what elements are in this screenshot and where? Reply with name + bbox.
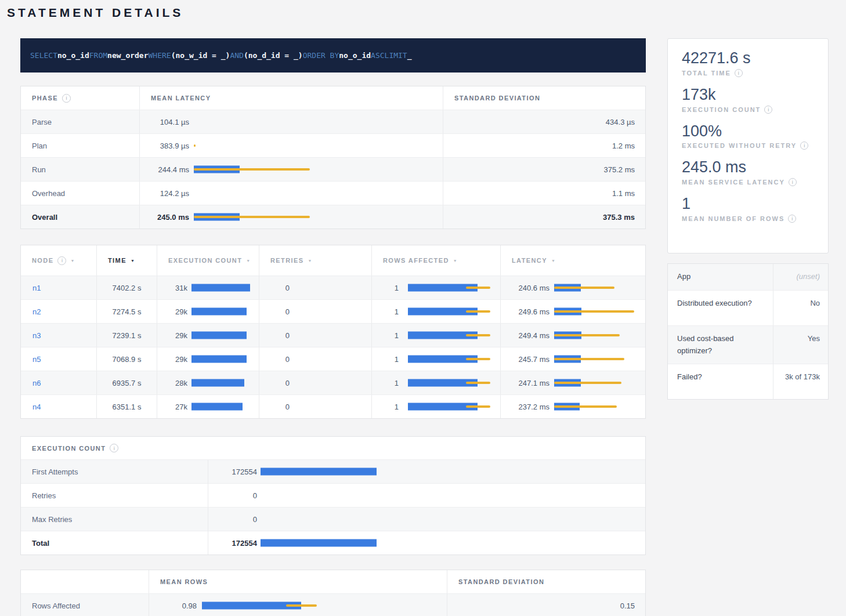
app-detail-row: Failed?3k of 173k	[668, 364, 828, 399]
retries-value: 0	[259, 331, 290, 340]
mean-latency-column-header: MEAN LATENCY	[140, 86, 443, 110]
rows-affected-header-label: ROWS AFFECTED	[383, 257, 449, 264]
mean-latency-cell: 124.2 µs	[140, 182, 443, 205]
bar-track	[191, 324, 256, 346]
info-icon[interactable]: i	[57, 256, 66, 265]
sql-identifier: (no_d_id = _)	[244, 51, 303, 60]
node-link[interactable]: n6	[21, 379, 41, 387]
rows-affected-table-header: MEAN ROWS STANDARD DEVIATION	[21, 570, 645, 594]
rows-affected-cell: 1	[372, 300, 501, 323]
node-row: n46351.1 s27k01237.2 ms	[21, 395, 645, 418]
bar-track	[191, 300, 256, 323]
mean-latency-cell: 104.1 µs	[140, 110, 443, 133]
info-icon[interactable]: i	[800, 142, 808, 150]
phase-header-label: PHASE	[32, 95, 58, 102]
mean-latency-value: 245.0 ms	[140, 213, 189, 222]
latency-value: 249.6 ms	[501, 307, 549, 316]
bar-track	[191, 372, 256, 394]
sort-desc-icon[interactable]: ▼	[453, 259, 458, 263]
app-details-table: App(unset)Distributed execution?NoUsed c…	[667, 263, 829, 400]
sort-desc-icon[interactable]: ▼	[308, 259, 312, 263]
mean-bar	[261, 539, 377, 547]
summary-stat: 42271.6 sTOTAL TIMEi	[682, 49, 814, 77]
latency-column-header[interactable]: LATENCY ▼	[501, 245, 646, 276]
time-value: 6351.1 s	[97, 395, 157, 418]
stddev-bar	[194, 144, 196, 147]
sort-desc-icon[interactable]: ▼	[246, 259, 251, 263]
execution-count-label: Total	[21, 531, 208, 555]
execution-count-value-cell: 0	[208, 484, 646, 507]
node-link[interactable]: n5	[21, 355, 41, 364]
retries-column-header[interactable]: RETRIES ▼	[259, 245, 372, 276]
execution-count-table: EXECUTION COUNT i First Attempts172554Re…	[20, 436, 646, 555]
info-icon[interactable]: i	[110, 444, 118, 452]
phase-table-header: PHASE i MEAN LATENCY STANDARD DEVIATION	[21, 86, 645, 110]
node-cell: n2	[21, 300, 97, 323]
rows-affected-cell: 1	[372, 347, 501, 371]
rows-affected-value: 1	[372, 379, 399, 387]
sort-desc-icon[interactable]: ▼	[70, 259, 75, 263]
node-link[interactable]: n2	[21, 307, 41, 316]
rows-affected-column-header[interactable]: ROWS AFFECTED ▼	[372, 245, 501, 276]
bar-track	[408, 324, 495, 346]
node-table-header: NODE i ▼ TIME ▼ EXECUTION COUNT ▼ RETRIE…	[21, 245, 645, 276]
app-detail-value: Yes	[773, 326, 829, 364]
mean-rows-column-header: MEAN ROWS	[149, 570, 447, 593]
node-link[interactable]: n1	[21, 284, 41, 292]
retries-value: 0	[259, 403, 290, 411]
app-detail-label: Distributed execution?	[668, 291, 773, 325]
retries-cell: 0	[259, 347, 372, 371]
summary-stat: 100%EXECUTED WITHOUT RETRYi	[682, 122, 814, 150]
bar-track	[191, 348, 256, 370]
latency-cell: 245.7 ms	[501, 347, 646, 371]
node-row: n37239.1 s29k01249.4 ms	[21, 324, 645, 347]
stddev-bar	[466, 287, 490, 289]
execution-count-value-cell: 172554	[208, 460, 646, 483]
execution-count-row: Max Retries0	[21, 508, 645, 531]
info-icon[interactable]: i	[764, 106, 772, 114]
execution-count-cell: 28k	[157, 371, 259, 394]
sql-identifier: new_order	[107, 51, 148, 60]
info-icon[interactable]: i	[62, 94, 71, 103]
phase-row: Overhead124.2 µs1.1 ms	[21, 182, 645, 205]
stddev-bar	[194, 168, 310, 171]
sql-identifier: no_o_id	[57, 51, 89, 60]
page-title: STATEMENT DETAILS	[7, 6, 846, 20]
standard-deviation-value: 375.2 ms	[443, 158, 646, 181]
time-value: 6935.7 s	[97, 371, 157, 394]
time-column-header[interactable]: TIME ▼	[97, 245, 157, 276]
bar-track	[261, 461, 635, 483]
mean-latency-value: 104.1 µs	[140, 118, 189, 126]
bar-track	[194, 158, 438, 180]
info-icon[interactable]: i	[788, 215, 796, 223]
execution-count-column-header[interactable]: EXECUTION COUNT ▼	[157, 245, 259, 276]
standard-deviation-value: 1.2 ms	[443, 134, 646, 157]
execution-count-value: 29k	[157, 331, 187, 340]
execution-count-value: 0	[208, 515, 257, 524]
mean-latency-cell: 245.0 ms	[140, 205, 443, 229]
sort-desc-icon[interactable]: ▼	[551, 259, 556, 263]
node-link[interactable]: n4	[21, 403, 41, 411]
bar-track	[554, 277, 644, 299]
bar-track	[554, 324, 644, 346]
rows-affected-value: 1	[372, 331, 399, 340]
stat-label-row: TOTAL TIMEi	[682, 69, 814, 77]
stddev-bar	[554, 358, 624, 360]
node-row: n17402.2 s31k01240.6 ms	[21, 276, 645, 300]
node-column-header[interactable]: NODE i ▼	[21, 245, 97, 276]
node-link[interactable]: n3	[21, 331, 41, 340]
stddev-bar	[466, 310, 490, 313]
sql-statement-box: SELECT no_o_id FROM new_order WHERE (no_…	[20, 38, 646, 73]
sql-keyword: AND	[230, 51, 243, 60]
app-detail-row: App(unset)	[668, 264, 828, 291]
bar-track	[408, 372, 495, 394]
stat-label-row: EXECUTED WITHOUT RETRYi	[682, 142, 814, 150]
sort-desc-icon[interactable]: ▼	[131, 259, 135, 263]
bar-track	[261, 508, 635, 530]
stat-label: EXECUTED WITHOUT RETRY	[682, 142, 797, 149]
execution-count-row: Total172554	[21, 531, 645, 555]
time-value: 7274.5 s	[97, 300, 157, 323]
info-icon[interactable]: i	[789, 178, 797, 186]
standard-deviation-value: 375.3 ms	[443, 205, 646, 229]
info-icon[interactable]: i	[735, 69, 743, 77]
